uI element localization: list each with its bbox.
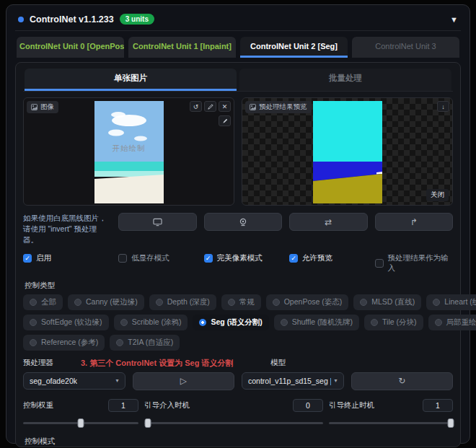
radio-icon (360, 299, 367, 306)
source-image-dropzone[interactable]: 图像 开始绘制 ↺ (23, 97, 234, 206)
run-icon: ▷ (180, 376, 187, 386)
radio-icon (433, 299, 440, 306)
radio-icon (435, 319, 442, 326)
control-type-depth[interactable]: Depth (深度) (149, 294, 216, 310)
brush-icon[interactable] (219, 115, 231, 126)
radio-icon (371, 319, 378, 326)
preview-panel-label: 预处理结果预览 (245, 101, 312, 113)
red-annotation-text: 3. 第三个 ControlNet 设置为 Seg 语义分割 (81, 358, 263, 369)
swap-button[interactable]: ⇄ (289, 213, 368, 231)
checkbox-preview-as-input[interactable]: 预处理结果作为输入 (375, 253, 454, 273)
extension-title: ControlNet v1.1.233 (30, 14, 114, 25)
close-preview-button[interactable]: 关闭 (426, 189, 449, 201)
slider-control-weight: 控制权重 1 (23, 399, 138, 429)
close-icon[interactable]: ✕ (219, 101, 231, 112)
control-type-mlsd[interactable]: MLSD (直线) (353, 294, 421, 310)
control-type-reference[interactable]: Reference (参考) (23, 335, 105, 351)
slider-thumb[interactable] (447, 418, 454, 428)
draw-here-overlay-text: 开始绘制 (113, 144, 146, 154)
checkbox-icon: ✓ (289, 254, 298, 263)
webcam-button[interactable] (118, 213, 197, 231)
slider-track (329, 422, 453, 424)
seg-map-image (313, 101, 382, 203)
slider-guidance-start: 引导介入时机 0 (144, 399, 323, 429)
refresh-models-button[interactable]: ↻ (351, 372, 454, 390)
control-type-canny[interactable]: Canny (硬边缘) (68, 294, 144, 310)
controlnet-extension-panel: ControlNet v1.1.233 3 units ▼ ControlNet… (6, 4, 470, 444)
extension-header: ControlNet v1.1.233 3 units ▼ (15, 11, 461, 31)
tab-unit-2[interactable]: ControlNet Unit 2 [Seg] (240, 37, 348, 58)
download-icon[interactable]: ↓ (437, 101, 449, 112)
control-type-row-3: Reference (参考) T2IA (自适应) (23, 335, 453, 351)
image-panel-label: 图像 (27, 101, 58, 113)
control-type-seg[interactable]: Seg (语义分割) (193, 315, 268, 330)
checkbox-lowvram[interactable]: 低显存模式 (118, 253, 197, 263)
chevron-down-icon: ▾ (334, 377, 337, 384)
control-type-softedge[interactable]: SoftEdge (软边缘) (23, 315, 109, 330)
radio-icon (156, 299, 163, 306)
undo-icon[interactable]: ↺ (190, 101, 202, 112)
edit-pencil-icon[interactable] (204, 101, 216, 112)
tab-single-image[interactable]: 单张图片 (25, 69, 237, 91)
tab-unit-3[interactable]: ControlNet Unit 3 (352, 37, 459, 58)
radio-icon (30, 339, 37, 346)
image-icon (250, 104, 256, 110)
checkbox-icon (375, 259, 384, 268)
model-dropdown[interactable]: control_v11p_sd15_seg [e1f51e ▾ (242, 372, 344, 390)
guidance-start-number-input[interactable]: 0 (293, 399, 323, 412)
weight-slider[interactable] (23, 418, 138, 429)
preprocessor-model-header: 预处理器 3. 第三个 ControlNet 设置为 Seg 语义分割 模型 (23, 358, 453, 369)
run-preprocessor-button[interactable]: ▷ (133, 372, 235, 390)
control-type-all[interactable]: 全部 (23, 294, 63, 310)
control-type-tile[interactable]: Tile (分块) (364, 315, 423, 330)
radio-icon (30, 299, 37, 306)
slider-thumb[interactable] (78, 418, 84, 428)
guidance-start-slider[interactable] (144, 418, 323, 429)
control-type-row-2: SoftEdge (软边缘) Scribble (涂鸦) Seg (语义分割) … (23, 315, 453, 330)
invert-hint-text: 如果使用白底黑线图片，请使用 "invert" 预处理器。 (23, 213, 111, 246)
control-type-inpaint[interactable]: 局部重绘 (428, 315, 476, 330)
checkbox-enable[interactable]: ✓ 启用 (23, 253, 111, 263)
control-type-shuffle[interactable]: Shuffle (随机洗牌) (274, 315, 359, 330)
slider-label: 控制权重 (23, 400, 53, 410)
control-type-normal[interactable]: 常规 (221, 294, 261, 310)
control-type-lineart[interactable]: Lineart (线稿) (426, 294, 476, 310)
input-mode-tab-bar: 单张图片 批量处理 (23, 69, 453, 92)
chevron-down-icon: ▾ (115, 377, 118, 384)
radio-icon (281, 319, 288, 326)
radio-icon (116, 339, 123, 346)
checkbox-icon: ✓ (204, 254, 213, 263)
send-dimensions-icon: ↱ (410, 217, 418, 227)
tab-batch[interactable]: 批量处理 (239, 69, 451, 91)
control-type-row-1: 全部 Canny (硬边缘) Depth (深度) 常规 OpenPose (姿… (23, 294, 453, 310)
control-type-openpose[interactable]: OpenPose (姿态) (266, 294, 349, 310)
control-type-scribble[interactable]: Scribble (涂鸦) (114, 315, 188, 330)
image-panels-row: 图像 开始绘制 ↺ (23, 97, 453, 206)
checkbox-allow-preview[interactable]: ✓ 允许预览 (289, 253, 368, 263)
checkbox-pixel-perfect[interactable]: ✓ 完美像素模式 (204, 253, 283, 263)
preprocessor-dropdown[interactable]: seg_ofade20k ▾ (23, 372, 125, 390)
image-icon (31, 104, 38, 110)
control-type-label: 控制类型 (25, 281, 453, 291)
send-dimensions-button[interactable]: ↱ (375, 213, 454, 231)
radio-icon (273, 299, 280, 306)
controls-grid: 如果使用白底黑线图片，请使用 "invert" 预处理器。 ⇄ ↱ ✓ 启用 低… (23, 213, 453, 273)
model-label: 模型 (270, 358, 453, 368)
segmentation-result (313, 101, 382, 206)
brush-tool-row (219, 115, 231, 126)
mirror-webcam-button[interactable] (204, 213, 283, 231)
slider-thumb[interactable] (144, 418, 151, 428)
slider-guidance-end: 引导终止时机 1 (329, 399, 453, 429)
control-type-t2ia[interactable]: T2IA (自适应) (110, 335, 180, 351)
guidance-end-slider[interactable] (329, 418, 453, 429)
guidance-end-number-input[interactable]: 1 (423, 399, 453, 412)
checkbox-icon (118, 254, 127, 263)
tab-unit-0[interactable]: ControlNet Unit 0 [OpenPose] (17, 37, 124, 58)
refresh-icon: ↻ (398, 376, 405, 386)
radio-icon (228, 299, 235, 306)
tab-unit-1[interactable]: ControlNet Unit 1 [Inpaint] (128, 37, 236, 58)
preprocessor-preview-panel: 预处理结果预览 ↓ 关闭 (242, 97, 453, 206)
weight-number-input[interactable]: 1 (108, 399, 138, 412)
slider-track (144, 422, 323, 424)
collapse-chevron-icon[interactable]: ▼ (450, 15, 458, 24)
